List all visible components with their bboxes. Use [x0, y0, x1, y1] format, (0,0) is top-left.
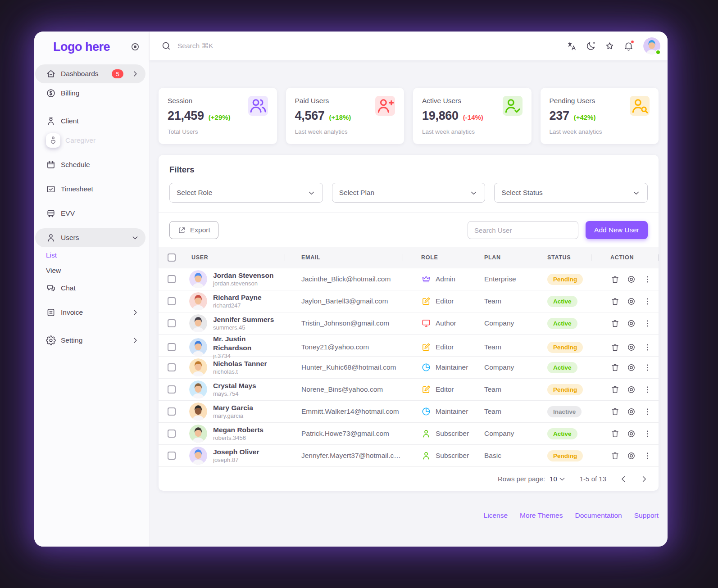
delete-icon[interactable]	[610, 343, 620, 352]
row-checkbox[interactable]	[168, 319, 176, 327]
license-link[interactable]: License	[484, 511, 508, 520]
sidebar-item-invoice[interactable]: Invoice	[35, 303, 145, 322]
shortcuts-star-icon[interactable]	[604, 41, 615, 51]
more-options-icon[interactable]	[643, 297, 652, 306]
avatar	[189, 358, 207, 376]
delete-icon[interactable]	[610, 363, 620, 372]
view-icon[interactable]	[627, 275, 636, 284]
footer-links: License More Themes Documentation Suppor…	[159, 511, 659, 520]
rows-per-page-select[interactable]: 10	[550, 475, 566, 483]
sidebar-item-label: Client	[61, 117, 139, 125]
add-new-user-button[interactable]: Add New User	[586, 221, 648, 239]
user-handle: nicholas.t	[213, 368, 267, 375]
view-icon[interactable]	[627, 343, 636, 352]
more-options-icon[interactable]	[643, 363, 652, 372]
view-icon[interactable]	[627, 363, 636, 372]
sidebar-item-timesheet[interactable]: Timesheet	[35, 180, 145, 199]
more-themes-link[interactable]: More Themes	[520, 511, 563, 520]
user-email: Emmitt.Walker14@hotmail.com	[285, 407, 403, 416]
row-checkbox[interactable]	[168, 275, 176, 283]
view-icon[interactable]	[627, 385, 636, 394]
view-icon[interactable]	[627, 319, 636, 328]
edit-icon	[421, 296, 431, 306]
more-options-icon[interactable]	[643, 407, 652, 416]
export-button[interactable]: Export	[169, 221, 218, 239]
plan-select[interactable]: Select Plan	[332, 183, 486, 203]
sidebar-item-schedule[interactable]: Schedule	[35, 155, 145, 174]
plan-label: Team	[466, 343, 529, 351]
delete-icon[interactable]	[610, 319, 620, 328]
rows-per-page-label: Rows per page:	[498, 475, 545, 483]
role-label: Author	[436, 319, 456, 327]
dark-mode-icon[interactable]	[586, 41, 596, 51]
column-header-status[interactable]: STATUS	[529, 254, 591, 261]
sidebar-pin-icon[interactable]	[130, 42, 140, 52]
sidebar-subitem-view[interactable]: View	[34, 263, 149, 278]
sidebar-item-chat[interactable]: Chat	[35, 279, 145, 298]
row-checkbox[interactable]	[168, 407, 176, 416]
sidebar-item-users[interactable]: Users	[35, 228, 145, 247]
role-label: Subscriber	[436, 452, 469, 460]
sidebar-item-client[interactable]: Client	[35, 112, 145, 131]
row-checkbox[interactable]	[168, 343, 176, 351]
more-options-icon[interactable]	[643, 319, 652, 328]
status-badge: Pending	[547, 342, 583, 353]
gear-icon	[46, 335, 56, 345]
sidebar-item-setting[interactable]: Setting	[35, 331, 145, 350]
pagination: Rows per page: 10 1-5 of 13	[159, 466, 659, 491]
sidebar-item-caregiver[interactable]: Caregiver	[35, 131, 145, 150]
table-row: Crystal Maysmays.754 Norene_Bins@yahoo.c…	[159, 378, 659, 400]
role-select[interactable]: Select Role	[169, 183, 323, 203]
status-select[interactable]: Select Status	[494, 183, 648, 203]
user-avatar[interactable]	[643, 37, 660, 54]
column-header-plan[interactable]: PLAN	[466, 254, 529, 261]
sidebar-item-dashboards[interactable]: Dashboards 5	[35, 64, 145, 83]
documentation-link[interactable]: Documentation	[575, 511, 622, 520]
view-icon[interactable]	[627, 407, 636, 416]
global-search-input[interactable]	[177, 42, 560, 50]
delete-icon[interactable]	[610, 429, 620, 439]
view-icon[interactable]	[627, 297, 636, 306]
column-header-role[interactable]: ROLE	[403, 254, 466, 261]
user-icon	[421, 429, 431, 439]
chevron-down-icon	[558, 475, 566, 483]
delete-icon[interactable]	[610, 407, 620, 416]
more-options-icon[interactable]	[643, 343, 652, 352]
users-group-icon	[248, 96, 268, 116]
column-header-email[interactable]: EMAIL	[285, 254, 403, 261]
translate-icon[interactable]	[567, 41, 577, 51]
sidebar-item-evv[interactable]: EVV	[35, 204, 145, 223]
caregiver-icon	[46, 133, 60, 148]
row-checkbox[interactable]	[168, 452, 176, 460]
sidebar-item-billing[interactable]: Billing	[35, 84, 145, 103]
support-link[interactable]: Support	[634, 511, 659, 520]
sidebar-item-label: Timesheet	[61, 185, 139, 193]
delete-icon[interactable]	[610, 451, 620, 461]
more-options-icon[interactable]	[643, 275, 652, 284]
delete-icon[interactable]	[610, 275, 620, 284]
sidebar-subitem-list[interactable]: List	[34, 248, 149, 263]
chevron-down-icon	[469, 189, 478, 197]
next-page-icon[interactable]	[640, 475, 649, 484]
delete-icon[interactable]	[610, 297, 620, 306]
view-icon[interactable]	[627, 451, 636, 461]
select-all-checkbox[interactable]	[168, 253, 176, 262]
column-header-user[interactable]: USER	[186, 254, 285, 261]
view-icon[interactable]	[627, 429, 636, 439]
delete-icon[interactable]	[610, 385, 620, 394]
row-checkbox[interactable]	[168, 363, 176, 371]
more-options-icon[interactable]	[643, 385, 652, 394]
column-header-action[interactable]: ACTION	[591, 254, 659, 261]
row-checkbox[interactable]	[168, 430, 176, 438]
user-email: Norene_Bins@yahoo.com	[285, 385, 403, 394]
client-icon	[46, 116, 56, 126]
more-options-icon[interactable]	[643, 429, 652, 439]
previous-page-icon[interactable]	[619, 475, 628, 484]
user-handle: mary.garcia	[213, 412, 253, 420]
stat-card-pending-users: Pending Users 237 (+42%) Last week analy…	[541, 88, 659, 144]
more-options-icon[interactable]	[643, 451, 652, 461]
row-checkbox[interactable]	[168, 297, 176, 305]
row-checkbox[interactable]	[168, 385, 176, 394]
notifications-bell-icon[interactable]	[623, 41, 634, 51]
user-search-input[interactable]	[468, 221, 578, 239]
